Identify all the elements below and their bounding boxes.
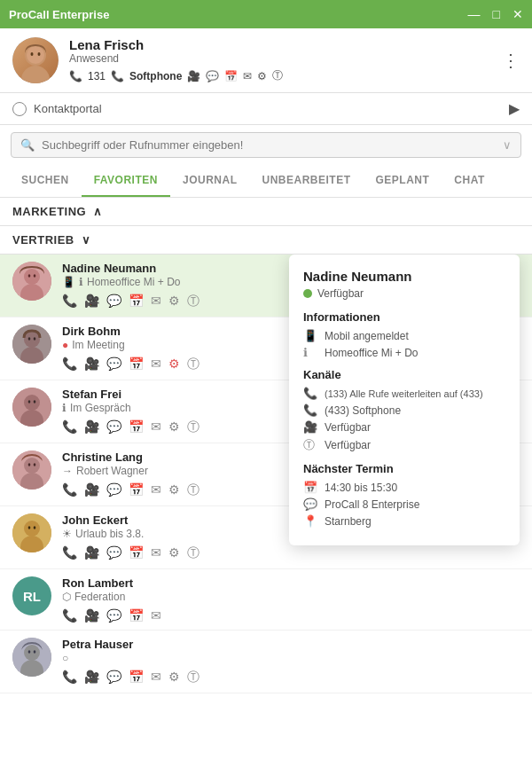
group-marketing-toggle[interactable]: ∧	[93, 205, 103, 218]
mail-action-ron[interactable]: ✉	[151, 608, 161, 623]
popup-kanaele-title: Kanäle	[303, 368, 505, 381]
tab-suchen[interactable]: SUCHEN	[9, 165, 82, 197]
phone-action-john[interactable]: 📞	[62, 545, 77, 561]
kontaktportal-bar[interactable]: Kontaktportal ▶	[0, 93, 532, 125]
group-marketing[interactable]: MARKETING ∧	[0, 198, 532, 226]
mail-action-petra[interactable]: ✉	[151, 670, 161, 686]
phone-action-dirk[interactable]: 📞	[62, 356, 77, 372]
calendar-action-dirk[interactable]: 📅	[129, 356, 144, 372]
settings-action-dirk[interactable]: ⚙	[168, 356, 180, 372]
chat-action-stefan[interactable]: 💬	[106, 419, 121, 435]
phone-action[interactable]: 📞	[62, 294, 77, 309]
video-action-ron[interactable]: 🎥	[84, 608, 99, 623]
popup-termin-text-1: ProCall 8 Enterprise	[325, 498, 419, 511]
video-action-john[interactable]: 🎥	[84, 545, 99, 561]
more-menu-button[interactable]: ⋮	[502, 50, 520, 71]
chat-action-christine[interactable]: 💬	[106, 482, 121, 498]
video-icon[interactable]: 🎥	[187, 70, 200, 82]
calendar-icon[interactable]: 📅	[224, 70, 238, 82]
group-vertrieb-toggle[interactable]: ∨	[82, 233, 91, 247]
contact-item-nadine[interactable]: Nadine Neumann 📱 ℹ Homeoffice Mi + Do 📞 …	[0, 255, 532, 317]
calendar-action-john[interactable]: 📅	[129, 545, 144, 561]
phone-action-stefan[interactable]: 📞	[62, 419, 77, 435]
svg-point-34	[34, 650, 36, 654]
popup-name: Nadine Neumann	[303, 269, 505, 284]
popup-kanal-text-2: Verfügbar	[325, 421, 371, 434]
video-action[interactable]: 🎥	[84, 294, 99, 309]
settings-action-petra[interactable]: ⚙	[168, 670, 180, 686]
close-button[interactable]: ✕	[512, 7, 523, 21]
phone-action-christine[interactable]: 📞	[62, 482, 77, 498]
contact-actions-john[interactable]: 📞 🎥 💬 📅 ✉ ⚙ Ⓣ	[62, 545, 520, 561]
group-vertrieb[interactable]: VERTRIEB ∨	[0, 226, 532, 255]
contact-item-petra[interactable]: Petra Hauser ○ 📞 🎥 💬 📅 ✉ ⚙ Ⓣ	[0, 631, 532, 693]
tab-journal[interactable]: JOURNAL	[170, 165, 250, 197]
tab-favoriten[interactable]: FAVORITEN	[82, 165, 170, 197]
settings-action[interactable]: ⚙	[168, 294, 180, 309]
mail-action-dirk[interactable]: ✉	[151, 356, 161, 372]
expand-arrow[interactable]: ▶	[509, 100, 520, 117]
calendar-action-ron[interactable]: 📅	[129, 608, 144, 623]
window-controls[interactable]: — □ ✕	[468, 7, 523, 21]
chat-action[interactable]: 💬	[106, 294, 121, 309]
svg-point-13	[28, 337, 31, 341]
avatar-initials-ron: RL	[23, 589, 41, 604]
contact-content-ron: Ron Lambert ⬡ Federation 📞 🎥 💬 📅 ✉	[62, 576, 520, 623]
minimize-button[interactable]: —	[468, 7, 481, 21]
chat-action-dirk[interactable]: 💬	[106, 356, 121, 372]
tab-chat[interactable]: CHAT	[442, 165, 497, 197]
video-action-stefan[interactable]: 🎥	[84, 419, 99, 435]
teams-action-petra[interactable]: Ⓣ	[187, 670, 200, 686]
popup-kanal-text-1: (433) Softphone	[325, 404, 401, 417]
svg-point-4	[38, 52, 41, 56]
search-bar[interactable]: 🔍 ∨	[11, 132, 521, 158]
calendar-action[interactable]: 📅	[129, 294, 144, 309]
chat-icon[interactable]: 💬	[206, 70, 219, 82]
title-bar: ProCall Enterprise — □ ✕	[0, 0, 532, 28]
contact-actions-ron[interactable]: 📞 🎥 💬 📅 ✉	[62, 608, 520, 623]
svg-point-16	[24, 395, 40, 411]
contact-actions-petra[interactable]: 📞 🎥 💬 📅 ✉ ⚙ Ⓣ	[62, 670, 520, 686]
contact-item-ron[interactable]: RL Ron Lambert ⬡ Federation 📞 🎥 💬 📅 ✉	[0, 569, 532, 631]
calendar-action-christine[interactable]: 📅	[129, 482, 144, 498]
mail-icon[interactable]: ✉	[243, 70, 252, 82]
settings-action-stefan[interactable]: ⚙	[168, 419, 180, 435]
calendar-action-petra[interactable]: 📅	[129, 670, 144, 686]
popup-phone-icon-0: 📞	[303, 387, 317, 400]
video-action-christine[interactable]: 🎥	[84, 482, 99, 498]
chat-action-john[interactable]: 💬	[106, 545, 121, 561]
tab-unbearbeitet[interactable]: UNBEARBEITET	[249, 165, 363, 197]
settings-action-christine[interactable]: ⚙	[168, 482, 180, 498]
tabs-bar: SUCHEN FAVORITEN JOURNAL UNBEARBEITET GE…	[0, 165, 532, 198]
phone-action-petra[interactable]: 📞	[62, 670, 77, 686]
mail-action-stefan[interactable]: ✉	[151, 419, 161, 435]
settings-icon[interactable]: ⚙	[257, 70, 267, 82]
tab-geplant[interactable]: GEPLANT	[363, 165, 442, 197]
video-action-petra[interactable]: 🎥	[84, 670, 99, 686]
popup-kanal-text-3: Verfügbar	[325, 439, 371, 451]
svg-point-19	[34, 400, 36, 404]
mail-action[interactable]: ✉	[151, 294, 161, 309]
settings-action-john[interactable]: ⚙	[168, 545, 180, 561]
teams-action-christine[interactable]: Ⓣ	[187, 482, 200, 498]
calendar-action-stefan[interactable]: 📅	[129, 419, 144, 435]
popup-calendar-icon: 📅	[303, 481, 317, 494]
dropdown-icon[interactable]: ∨	[503, 138, 512, 152]
svg-point-21	[24, 458, 40, 474]
mail-action-christine[interactable]: ✉	[151, 482, 161, 498]
teams-action[interactable]: Ⓣ	[187, 294, 200, 309]
teams-action-stefan[interactable]: Ⓣ	[187, 419, 200, 435]
video-action-dirk[interactable]: 🎥	[84, 356, 99, 372]
phone-icon: 📞	[69, 70, 82, 82]
phone-action-ron[interactable]: 📞	[62, 608, 77, 623]
teams-action-john[interactable]: Ⓣ	[187, 545, 200, 561]
maximize-button[interactable]: □	[493, 7, 500, 21]
chat-action-petra[interactable]: 💬	[106, 670, 121, 686]
avatar-nadine	[12, 262, 51, 301]
teams-action-dirk[interactable]: Ⓣ	[187, 356, 200, 372]
mail-action-john[interactable]: ✉	[151, 545, 161, 561]
search-input[interactable]	[42, 138, 496, 152]
avatar-christine	[12, 451, 51, 490]
teams-icon[interactable]: Ⓣ	[272, 68, 283, 83]
chat-action-ron[interactable]: 💬	[106, 608, 121, 623]
